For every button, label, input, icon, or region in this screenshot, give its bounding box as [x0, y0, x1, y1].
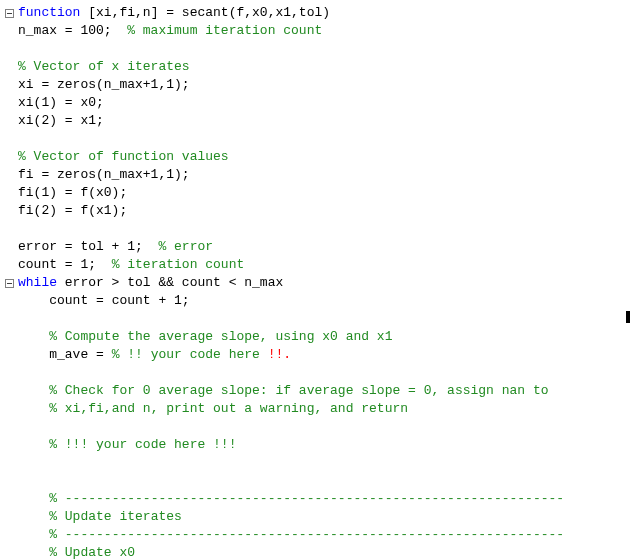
gutter — [0, 166, 18, 184]
comment-token: % error — [158, 239, 213, 254]
code-line[interactable]: n_max = 100; % maximum iteration count — [0, 22, 632, 40]
text-token: error = tol + 1; — [18, 239, 158, 254]
code-line[interactable]: % xi,fi,and n, print out a warning, and … — [0, 400, 632, 418]
gutter — [0, 4, 18, 22]
gutter — [0, 328, 18, 346]
gutter — [0, 310, 18, 328]
gutter — [0, 382, 18, 400]
code-content[interactable]: % Update x0 — [18, 544, 632, 560]
code-line[interactable]: % --------------------------------------… — [0, 526, 632, 544]
text-token: xi(2) = x1; — [18, 113, 104, 128]
code-content[interactable]: error = tol + 1; % error — [18, 238, 632, 256]
code-line[interactable]: xi(1) = x0; — [0, 94, 632, 112]
gutter — [0, 40, 18, 58]
gutter — [0, 544, 18, 560]
keyword-token: function — [18, 5, 80, 20]
code-line[interactable]: error = tol + 1; % error — [0, 238, 632, 256]
comment-token: % Vector of x iterates — [18, 59, 190, 74]
code-line[interactable]: count = count + 1; — [0, 292, 632, 310]
text-token: count = count + 1; — [49, 293, 189, 308]
code-line[interactable]: fi(1) = f(x0); — [0, 184, 632, 202]
comment-token: % --------------------------------------… — [49, 491, 564, 506]
code-content[interactable]: % xi,fi,and n, print out a warning, and … — [18, 400, 632, 418]
code-line[interactable]: % Check for 0 average slope: if average … — [0, 382, 632, 400]
fold-minus-icon[interactable] — [5, 279, 14, 288]
comment-token: % Vector of function values — [18, 149, 229, 164]
code-content[interactable]: % Compute the average slope, using x0 an… — [18, 328, 632, 346]
code-line[interactable] — [0, 454, 632, 472]
text-token: count = 1; — [18, 257, 112, 272]
code-line[interactable]: m_ave = % !! your code here !!. — [0, 346, 632, 364]
code-line[interactable]: % Update x0 — [0, 544, 632, 560]
code-content[interactable]: count = 1; % iteration count — [18, 256, 632, 274]
code-line[interactable]: % Update iterates — [0, 508, 632, 526]
code-content[interactable]: while error > tol && count < n_max — [18, 274, 632, 292]
gutter — [0, 256, 18, 274]
fold-minus-icon[interactable] — [5, 9, 14, 18]
code-editor[interactable]: function [xi,fi,n] = secant(f,x0,x1,tol)… — [0, 0, 632, 560]
comment-token: % iteration count — [112, 257, 245, 272]
code-content[interactable]: % Vector of function values — [18, 148, 632, 166]
code-content[interactable]: fi = zeros(n_max+1,1); — [18, 166, 632, 184]
code-content[interactable]: xi(1) = x0; — [18, 94, 632, 112]
gutter — [0, 94, 18, 112]
gutter — [0, 58, 18, 76]
code-line[interactable]: % !!! your code here !!! — [0, 436, 632, 454]
code-content[interactable]: count = count + 1; — [18, 292, 632, 310]
gutter — [0, 184, 18, 202]
gutter — [0, 292, 18, 310]
error-token: !!. — [268, 347, 291, 362]
code-content[interactable]: xi = zeros(n_max+1,1); — [18, 76, 632, 94]
code-content[interactable]: % --------------------------------------… — [18, 490, 632, 508]
code-content[interactable]: function [xi,fi,n] = secant(f,x0,x1,tol) — [18, 4, 632, 22]
gutter — [0, 400, 18, 418]
code-line[interactable]: while error > tol && count < n_max — [0, 274, 632, 292]
gutter — [0, 490, 18, 508]
code-content[interactable]: % Check for 0 average slope: if average … — [18, 382, 632, 400]
code-content[interactable]: n_max = 100; % maximum iteration count — [18, 22, 632, 40]
comment-token: % xi,fi,and n, print out a warning, and … — [49, 401, 408, 416]
code-content[interactable]: fi(1) = f(x0); — [18, 184, 632, 202]
gutter — [0, 274, 18, 292]
text-token: xi(1) = x0; — [18, 95, 104, 110]
text-token: n_max = 100; — [18, 23, 127, 38]
gutter — [0, 148, 18, 166]
code-line[interactable]: function [xi,fi,n] = secant(f,x0,x1,tol) — [0, 4, 632, 22]
code-content[interactable]: % Update iterates — [18, 508, 632, 526]
gutter — [0, 130, 18, 148]
code-line[interactable]: xi = zeros(n_max+1,1); — [0, 76, 632, 94]
gutter — [0, 346, 18, 364]
code-line[interactable]: xi(2) = x1; — [0, 112, 632, 130]
code-content[interactable]: xi(2) = x1; — [18, 112, 632, 130]
comment-token: % Update x0 — [49, 545, 135, 560]
code-content[interactable]: % !!! your code here !!! — [18, 436, 632, 454]
code-line[interactable] — [0, 310, 632, 328]
code-line[interactable] — [0, 364, 632, 382]
code-content[interactable]: % Vector of x iterates — [18, 58, 632, 76]
code-line[interactable] — [0, 472, 632, 490]
code-content[interactable]: % --------------------------------------… — [18, 526, 632, 544]
code-line[interactable] — [0, 40, 632, 58]
gutter — [0, 22, 18, 40]
code-line[interactable]: % Compute the average slope, using x0 an… — [0, 328, 632, 346]
gutter — [0, 238, 18, 256]
gutter — [0, 508, 18, 526]
gutter — [0, 526, 18, 544]
code-line[interactable]: fi = zeros(n_max+1,1); — [0, 166, 632, 184]
code-line[interactable] — [0, 220, 632, 238]
code-line[interactable] — [0, 418, 632, 436]
code-line[interactable] — [0, 130, 632, 148]
comment-token: % maximum iteration count — [127, 23, 322, 38]
comment-token: % Compute the average slope, using x0 an… — [49, 329, 392, 344]
text-token: fi(1) = f(x0); — [18, 185, 127, 200]
code-line[interactable]: fi(2) = f(x1); — [0, 202, 632, 220]
code-content[interactable]: fi(2) = f(x1); — [18, 202, 632, 220]
comment-token: % Update iterates — [49, 509, 182, 524]
code-content[interactable]: m_ave = % !! your code here !!. — [18, 346, 632, 364]
cursor-indicator — [626, 311, 630, 323]
code-line[interactable]: % Vector of x iterates — [0, 58, 632, 76]
code-line[interactable]: count = 1; % iteration count — [0, 256, 632, 274]
gutter — [0, 202, 18, 220]
code-line[interactable]: % Vector of function values — [0, 148, 632, 166]
code-line[interactable]: % --------------------------------------… — [0, 490, 632, 508]
